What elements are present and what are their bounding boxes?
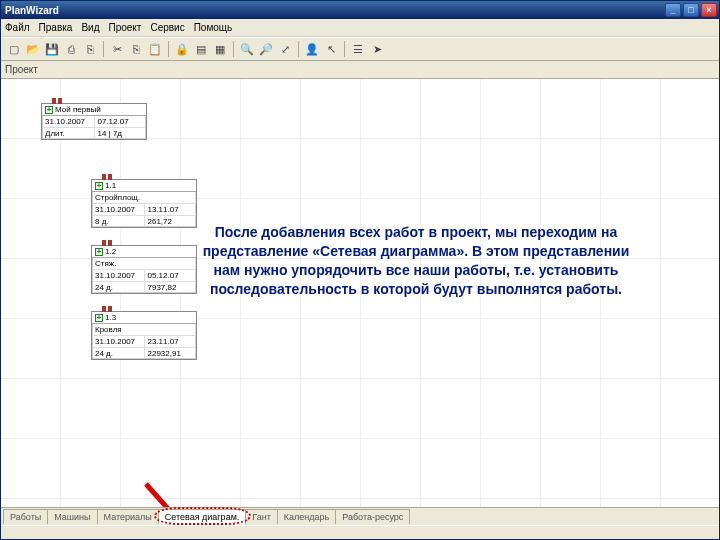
node-subtitle: Кровля	[92, 324, 196, 335]
menu-item-5[interactable]: Помощь	[194, 22, 233, 33]
node-duration: 8 д.	[92, 216, 145, 227]
cursor-icon[interactable]: ↖	[322, 40, 340, 58]
minimize-button[interactable]: _	[665, 3, 681, 17]
copy2-icon[interactable]: ⎘	[127, 40, 145, 58]
toolbar-separator	[168, 41, 169, 57]
menu-item-2[interactable]: Вид	[81, 22, 99, 33]
node-start-date: 31.10.2007	[42, 116, 95, 127]
node-duration: 24 д.	[92, 348, 145, 359]
zoom-fit-icon[interactable]: ⤢	[276, 40, 294, 58]
menu-item-4[interactable]: Сервис	[150, 22, 184, 33]
node-subtitle-row: Кровля	[92, 324, 196, 336]
node-tick-icon	[108, 174, 112, 180]
node-header: +1.3	[92, 312, 196, 324]
menu-item-3[interactable]: Проект	[108, 22, 141, 33]
toolbar-separator	[298, 41, 299, 57]
print-icon[interactable]: ⎙	[62, 40, 80, 58]
node-cost: 14 | 7д	[95, 128, 147, 139]
node-end-date: 23.11.07	[145, 336, 197, 347]
tab-0[interactable]: Работы	[3, 509, 48, 524]
open-icon[interactable]: 📂	[24, 40, 42, 58]
node-dates-row: 31.10.200705.12.07	[92, 270, 196, 282]
node-dates-row: 31.10.200713.11.07	[92, 204, 196, 216]
node-tick-icon	[52, 98, 56, 104]
lock-icon[interactable]: 🔒	[173, 40, 191, 58]
tab-5[interactable]: Календарь	[277, 509, 336, 524]
node-end-date: 05.12.07	[145, 270, 197, 281]
menu-bar: ФайлПравкаВидПроектСервисПомощь	[1, 19, 719, 37]
tab-1[interactable]: Машины	[47, 509, 97, 524]
node-name: 1.2	[105, 247, 193, 256]
node-header: +Мой первый	[42, 104, 146, 116]
expand-icon[interactable]: +	[95, 248, 103, 256]
status-bar	[1, 525, 719, 539]
task-node-1[interactable]: +1.1Стройплощ.31.10.200713.11.078 д.261,…	[91, 179, 197, 228]
instruction-text: После добавления всех работ в проект, мы…	[201, 223, 631, 299]
grid-icon[interactable]: ▦	[211, 40, 229, 58]
task-node-0[interactable]: +Мой первый31.10.200707.12.07Длит.14 | 7…	[41, 103, 147, 140]
node-tick-icon	[58, 98, 62, 104]
red-arrow-annotation	[141, 479, 201, 507]
cut-icon[interactable]: ✂	[108, 40, 126, 58]
node-dates-row: 31.10.200707.12.07	[42, 116, 146, 128]
node-header: +1.2	[92, 246, 196, 258]
node-values-row: 8 д.261,72	[92, 216, 196, 227]
node-cost: 22932,91	[145, 348, 197, 359]
node-tick-icon	[108, 240, 112, 246]
toolbar-separator	[233, 41, 234, 57]
copy-icon[interactable]: ⎘	[81, 40, 99, 58]
node-values-row: 24 д.22932,91	[92, 348, 196, 359]
menu-item-0[interactable]: Файл	[5, 22, 30, 33]
menu-item-1[interactable]: Правка	[39, 22, 73, 33]
sub-toolbar: Проект	[1, 61, 719, 79]
zoom-in-icon[interactable]: 🔍	[238, 40, 256, 58]
expand-icon[interactable]: +	[95, 314, 103, 322]
new-icon[interactable]: ▢	[5, 40, 23, 58]
task-node-2[interactable]: +1.2Стяж.31.10.200705.12.0724 д.7937,82	[91, 245, 197, 294]
tab-2[interactable]: Материалы	[97, 509, 159, 524]
arrow-icon[interactable]: ➤	[368, 40, 386, 58]
person-icon[interactable]: 👤	[303, 40, 321, 58]
node-cost: 7937,82	[145, 282, 197, 293]
node-cost: 261,72	[145, 216, 197, 227]
tab-6[interactable]: Работа-ресурс	[335, 509, 410, 524]
node-values-row: 24 д.7937,82	[92, 282, 196, 293]
zoom-out-icon[interactable]: 🔎	[257, 40, 275, 58]
node-tick-icon	[102, 174, 106, 180]
toolbar-separator	[103, 41, 104, 57]
node-start-date: 31.10.2007	[92, 270, 145, 281]
node-header: +1.1	[92, 180, 196, 192]
task-node-3[interactable]: +1.3Кровля31.10.200723.11.0724 д.22932,9…	[91, 311, 197, 360]
expand-icon[interactable]: +	[95, 182, 103, 190]
expand-icon[interactable]: +	[45, 106, 53, 114]
app-title: PlanWizard	[5, 5, 665, 16]
node-subtitle-row: Стяж.	[92, 258, 196, 270]
tab-4[interactable]: Гант	[245, 509, 277, 524]
list-icon[interactable]: ☰	[349, 40, 367, 58]
tab-3[interactable]: Сетевая диаграм.	[158, 509, 247, 524]
node-values-row: Длит.14 | 7д	[42, 128, 146, 139]
node-start-date: 31.10.2007	[92, 204, 145, 215]
network-canvas[interactable]: После добавления всех работ в проект, мы…	[1, 79, 719, 507]
align-icon[interactable]: ▤	[192, 40, 210, 58]
window-buttons: _ □ ×	[665, 3, 717, 17]
close-button[interactable]: ×	[701, 3, 717, 17]
node-duration: Длит.	[42, 128, 95, 139]
node-tick-icon	[108, 306, 112, 312]
tab-strip: РаботыМашиныМатериалыСетевая диаграм.Ган…	[1, 507, 719, 525]
app-window: PlanWizard _ □ × ФайлПравкаВидПроектСерв…	[0, 0, 720, 540]
node-duration: 24 д.	[92, 282, 145, 293]
toolbar: ▢📂💾⎙⎘✂⎘📋🔒▤▦🔍🔎⤢👤↖☰➤	[1, 37, 719, 61]
project-label: Проект	[5, 64, 38, 75]
paste-icon[interactable]: 📋	[146, 40, 164, 58]
node-tick-icon	[102, 306, 106, 312]
node-name: 1.3	[105, 313, 193, 322]
save-icon[interactable]: 💾	[43, 40, 61, 58]
node-dates-row: 31.10.200723.11.07	[92, 336, 196, 348]
maximize-button[interactable]: □	[683, 3, 699, 17]
node-subtitle: Стяж.	[92, 258, 196, 269]
node-name: 1.1	[105, 181, 193, 190]
node-end-date: 13.11.07	[145, 204, 197, 215]
node-subtitle: Стройплощ.	[92, 192, 196, 203]
title-bar: PlanWizard _ □ ×	[1, 1, 719, 19]
